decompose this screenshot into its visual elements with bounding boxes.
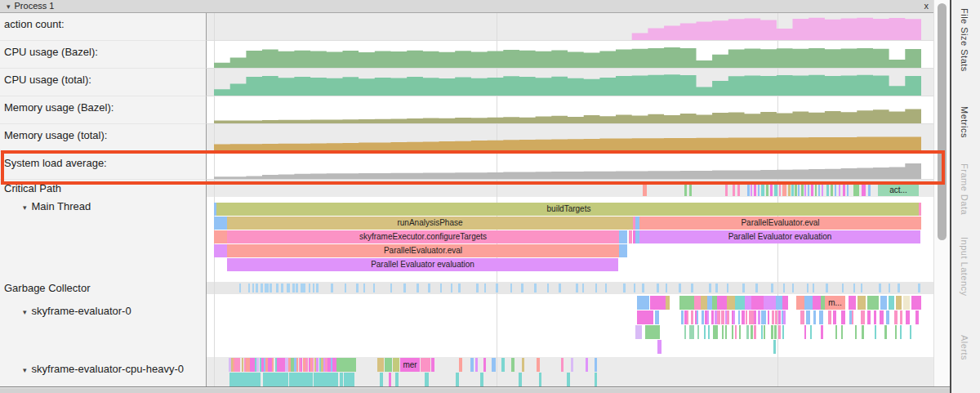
counter-track[interactable] bbox=[207, 96, 933, 124]
trace-tick[interactable] bbox=[835, 325, 837, 339]
trace-tick[interactable] bbox=[798, 185, 800, 196]
trace-tick[interactable] bbox=[774, 325, 777, 339]
trace-tick[interactable] bbox=[782, 185, 786, 196]
trace-tick[interactable] bbox=[800, 310, 804, 324]
trace-slice[interactable]: skyframeExecutor.configureTargets bbox=[227, 230, 619, 243]
trace-tick[interactable] bbox=[761, 325, 763, 339]
trace-tick[interactable] bbox=[247, 373, 248, 386]
trace-tick[interactable] bbox=[900, 310, 902, 324]
trace-tick[interactable] bbox=[852, 310, 853, 324]
trace-tick[interactable] bbox=[906, 310, 910, 324]
trace-tick[interactable] bbox=[737, 185, 740, 196]
trace-tick[interactable] bbox=[501, 358, 505, 372]
trace-tick[interactable] bbox=[711, 310, 714, 324]
trace-slice[interactable]: act... bbox=[878, 185, 919, 196]
trace-tick[interactable] bbox=[301, 284, 303, 293]
trace-tick[interactable] bbox=[389, 373, 391, 386]
trace-tick[interactable] bbox=[239, 284, 241, 293]
trace-tick[interactable] bbox=[559, 284, 561, 293]
trace-tick[interactable] bbox=[475, 358, 478, 372]
trace-slice[interactable]: Parallel Evaluator evaluation bbox=[639, 230, 920, 243]
trace-tick[interactable] bbox=[841, 310, 845, 324]
trace-tick[interactable] bbox=[778, 325, 781, 339]
trace-tick[interactable] bbox=[292, 284, 295, 293]
trace-tick[interactable] bbox=[843, 185, 845, 196]
trace-tick[interactable] bbox=[746, 325, 749, 339]
trace-tick[interactable] bbox=[256, 284, 258, 293]
trace-tick[interactable] bbox=[773, 340, 776, 354]
trace-tick[interactable] bbox=[272, 358, 274, 372]
trace-tick[interactable] bbox=[828, 310, 831, 324]
trace-tick[interactable] bbox=[534, 284, 537, 293]
trace-tick[interactable] bbox=[918, 284, 920, 293]
trace-tick[interactable] bbox=[855, 325, 857, 339]
trace-tick[interactable] bbox=[813, 284, 814, 293]
trace-tick[interactable] bbox=[595, 358, 597, 372]
trace-slice[interactable]: Parallel Evaluator evaluation bbox=[227, 258, 618, 271]
trace-tick[interactable] bbox=[296, 358, 298, 372]
trace-tick[interactable] bbox=[657, 284, 659, 293]
trace-tick[interactable] bbox=[861, 310, 865, 324]
trace-tick[interactable] bbox=[782, 296, 788, 310]
trace-tick[interactable] bbox=[761, 185, 764, 196]
trace-tick[interactable] bbox=[458, 284, 461, 293]
trace-tick[interactable] bbox=[332, 358, 336, 372]
trace-tick[interactable] bbox=[571, 358, 573, 372]
trace-tick[interactable] bbox=[440, 284, 442, 293]
trace-tick[interactable] bbox=[766, 185, 768, 196]
trace-tick[interactable] bbox=[687, 310, 688, 324]
trace-tick[interactable] bbox=[684, 325, 686, 339]
trace-tick[interactable] bbox=[900, 325, 902, 339]
trace-tick[interactable] bbox=[867, 296, 879, 310]
trace-tick[interactable] bbox=[521, 284, 523, 293]
trace-tick[interactable] bbox=[772, 310, 774, 324]
trace-tick[interactable] bbox=[428, 284, 430, 293]
trace-tick[interactable] bbox=[764, 310, 766, 324]
trace-tick[interactable] bbox=[867, 310, 871, 324]
trace-tick[interactable] bbox=[451, 284, 452, 293]
trace-tick[interactable] bbox=[889, 284, 890, 293]
trace-tick[interactable] bbox=[252, 284, 254, 293]
trace-tick[interactable] bbox=[868, 185, 871, 196]
trace-tick[interactable] bbox=[395, 373, 399, 386]
trace-tick[interactable] bbox=[779, 185, 781, 196]
trace-tick[interactable] bbox=[751, 296, 764, 310]
trace-tick[interactable] bbox=[704, 325, 706, 339]
trace-tick[interactable] bbox=[894, 310, 898, 324]
trace-tick[interactable] bbox=[459, 358, 462, 372]
trace-tick[interactable] bbox=[835, 185, 836, 196]
trace-tick[interactable] bbox=[702, 310, 704, 324]
trace-tick[interactable] bbox=[804, 296, 813, 310]
trace-tick[interactable] bbox=[771, 325, 773, 339]
trace-tick[interactable] bbox=[256, 358, 259, 372]
trace-tick[interactable] bbox=[643, 185, 647, 196]
trace-tick[interactable] bbox=[735, 296, 745, 310]
trace-slice[interactable]: runAnalysisPhase bbox=[227, 217, 633, 230]
trace-tick[interactable] bbox=[595, 373, 597, 386]
counter-track[interactable] bbox=[207, 13, 933, 41]
trace-tick[interactable] bbox=[796, 296, 804, 310]
trace-tick[interactable] bbox=[889, 296, 894, 310]
trace-tick[interactable] bbox=[270, 284, 272, 293]
trace-tick[interactable] bbox=[745, 296, 751, 310]
trace-tick[interactable] bbox=[655, 310, 659, 324]
trace-tick[interactable] bbox=[755, 284, 758, 293]
trace-tick[interactable] bbox=[309, 284, 310, 293]
trace-tick[interactable] bbox=[483, 358, 486, 372]
trace-tick[interactable] bbox=[416, 284, 419, 293]
trace-tick[interactable] bbox=[788, 185, 791, 196]
trace-tick[interactable] bbox=[679, 284, 681, 293]
trace-tick[interactable] bbox=[721, 310, 724, 324]
trace-tick[interactable] bbox=[313, 284, 314, 293]
trace-tick[interactable] bbox=[782, 325, 784, 339]
trace-tick[interactable] bbox=[403, 284, 406, 293]
trace-tick[interactable] bbox=[697, 310, 698, 324]
trace-tick[interactable] bbox=[582, 284, 584, 293]
counter-track[interactable] bbox=[207, 69, 933, 96]
trace-tick[interactable] bbox=[691, 310, 693, 324]
trace-tick[interactable] bbox=[862, 325, 864, 339]
trace-tick[interactable] bbox=[356, 284, 359, 293]
trace-tick[interactable] bbox=[751, 185, 752, 196]
trace-tick[interactable] bbox=[746, 310, 747, 324]
trace-tick[interactable] bbox=[806, 310, 810, 324]
